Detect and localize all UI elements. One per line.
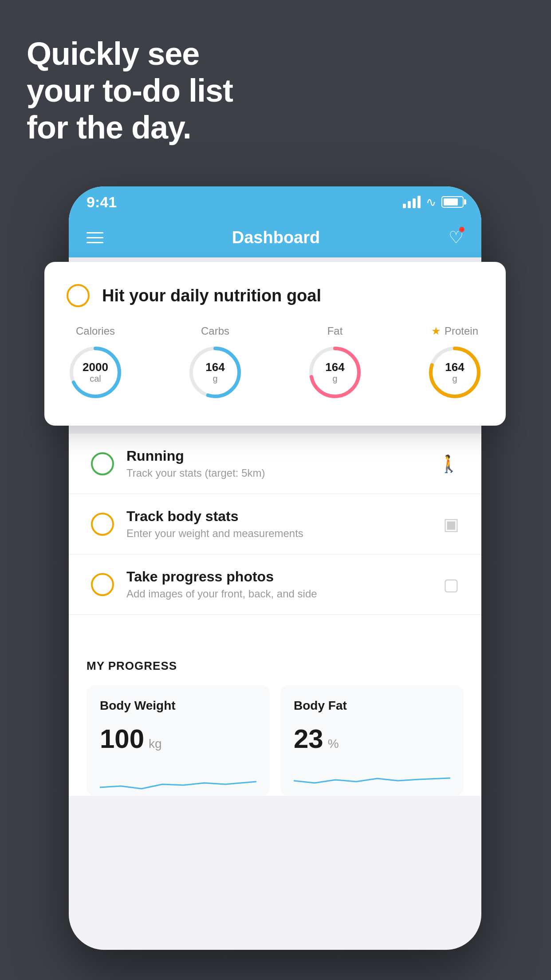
hero-text: Quickly see your to-do list for the day.	[27, 36, 233, 146]
nav-title: Dashboard	[232, 228, 320, 247]
todo-checkbox-body-stats[interactable]	[91, 513, 114, 536]
todo-item-running[interactable]: Running Track your stats (target: 5km) 🚶	[69, 434, 481, 494]
todo-item-photos[interactable]: Take progress photos Add images of your …	[69, 554, 481, 615]
body-weight-value-row: 100 kg	[100, 723, 256, 754]
body-fat-value: 23	[294, 723, 323, 754]
todo-title-body-stats: Track body stats	[126, 508, 431, 525]
hero-line1: Quickly see	[27, 36, 233, 72]
protein-label-text: Protein	[445, 325, 478, 337]
body-fat-unit: %	[328, 737, 339, 751]
progress-section: MY PROGRESS Body Weight 100 kg Body Fat	[69, 641, 481, 796]
nav-bar: Dashboard ♡	[69, 217, 481, 257]
nutrition-row: Calories 2000 cal Carbs	[67, 325, 484, 401]
todo-subtitle-body-stats: Enter your weight and measurements	[126, 527, 431, 540]
body-weight-card[interactable]: Body Weight 100 kg	[87, 685, 270, 796]
calories-label: Calories	[76, 325, 115, 337]
protein-item: ★ Protein 164 g	[426, 325, 484, 401]
carbs-ring: 164 g	[186, 344, 244, 401]
carbs-unit: g	[213, 374, 217, 383]
battery-icon	[441, 196, 464, 208]
todo-info-running: Running Track your stats (target: 5km)	[126, 448, 426, 479]
wifi-icon: ∿	[426, 195, 436, 209]
carbs-value-group: 164 g	[205, 361, 224, 384]
notification-dot	[458, 226, 465, 233]
hero-line2: your to-do list	[27, 72, 233, 109]
status-bar: 9:41 ∿	[69, 186, 481, 217]
carbs-item: Carbs 164 g	[186, 325, 244, 401]
body-fat-card[interactable]: Body Fat 23 %	[280, 685, 464, 796]
fat-value-group: 164 g	[325, 361, 344, 384]
nutrition-card-title: Hit your daily nutrition goal	[102, 286, 321, 305]
fat-ring: 164 g	[306, 344, 364, 401]
todo-title-photos: Take progress photos	[126, 569, 431, 585]
protein-ring: 164 g	[426, 344, 484, 401]
fat-unit: g	[332, 374, 337, 383]
protein-value-group: 164 g	[445, 361, 464, 384]
calories-value-group: 2000 cal	[83, 361, 108, 384]
protein-label: ★ Protein	[431, 325, 478, 337]
todo-list: Running Track your stats (target: 5km) 🚶…	[69, 434, 481, 796]
todo-title-running: Running	[126, 448, 426, 464]
todo-info-photos: Take progress photos Add images of your …	[126, 569, 431, 600]
body-weight-title: Body Weight	[100, 699, 256, 713]
nutrition-checkbox[interactable]	[67, 284, 90, 307]
progress-cards: Body Weight 100 kg Body Fat 23	[87, 685, 464, 796]
todo-item-body-stats[interactable]: Track body stats Enter your weight and m…	[69, 494, 481, 554]
nutrition-card: Hit your daily nutrition goal Calories 2…	[44, 262, 506, 426]
hero-line3: for the day.	[27, 109, 233, 146]
body-fat-title: Body Fat	[294, 699, 450, 713]
protein-value: 164	[445, 361, 464, 374]
body-weight-value: 100	[100, 723, 144, 754]
body-weight-unit: kg	[149, 737, 162, 751]
todo-info-body-stats: Track body stats Enter your weight and m…	[126, 508, 431, 540]
scale-icon: ▣	[443, 514, 459, 534]
body-fat-value-row: 23 %	[294, 723, 450, 754]
carbs-label: Carbs	[201, 325, 229, 337]
fat-value: 164	[325, 361, 344, 374]
todo-checkbox-running[interactable]	[91, 452, 114, 475]
calories-item: Calories 2000 cal	[67, 325, 124, 401]
card-title-row: Hit your daily nutrition goal	[67, 284, 484, 307]
protein-unit: g	[452, 374, 457, 383]
body-fat-sparkline	[294, 767, 450, 794]
carbs-value: 164	[205, 361, 224, 374]
star-icon: ★	[431, 325, 441, 337]
status-time: 9:41	[87, 194, 117, 211]
signal-icon	[403, 196, 421, 208]
calories-value: 2000	[83, 361, 108, 374]
person-icon: ▢	[443, 575, 459, 594]
status-icons: ∿	[403, 195, 464, 209]
fat-item: Fat 164 g	[306, 325, 364, 401]
todo-subtitle-running: Track your stats (target: 5km)	[126, 467, 426, 479]
notification-bell[interactable]: ♡	[449, 228, 464, 247]
shoe-icon: 🚶	[438, 454, 459, 474]
body-weight-sparkline	[100, 767, 256, 794]
todo-checkbox-photos[interactable]	[91, 573, 114, 596]
calories-ring: 2000 cal	[67, 344, 124, 401]
progress-title: MY PROGRESS	[87, 659, 464, 673]
fat-label: Fat	[327, 325, 343, 337]
calories-unit: cal	[90, 374, 101, 383]
hamburger-menu[interactable]	[87, 232, 103, 243]
todo-subtitle-photos: Add images of your front, back, and side	[126, 588, 431, 600]
